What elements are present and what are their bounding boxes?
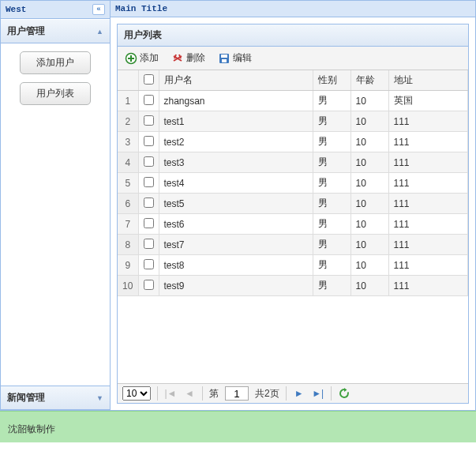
chevron-left-icon: « [96,6,100,13]
row-checkbox-cell[interactable] [138,173,159,194]
toolbar-add-button[interactable]: 添加 [122,50,161,66]
rownum-header [118,70,138,91]
toolbar-delete-button[interactable]: 删除 [169,50,208,66]
west-panel: West « 用户管理 ▲ 添加用户 用户列表 新闻管理 ▼ [0,0,111,411]
cell-address: 111 [388,111,468,132]
page-total-label: 共2页 [255,387,279,401]
cell-age: 10 [350,255,388,276]
row-checkbox-cell[interactable] [138,194,159,214]
col-gender[interactable]: 性别 [313,70,350,91]
west-title-bar: West « [1,1,110,19]
row-checkbox[interactable] [144,218,154,228]
cell-gender: 男 [313,235,350,255]
row-checkbox[interactable] [144,280,154,290]
svg-rect-2 [221,55,227,58]
select-all-checkbox[interactable] [144,74,154,85]
cell-username: test6 [159,214,313,235]
table-row[interactable]: 1zhangsan男10英国 [118,91,468,111]
cell-age: 10 [350,194,388,214]
chevron-down-icon: ▼ [96,394,103,402]
table-row[interactable]: 7test6男10111 [118,214,468,235]
cell-address: 英国 [388,91,468,111]
row-checkbox[interactable] [144,177,154,187]
row-checkbox-cell[interactable] [138,255,159,276]
row-checkbox[interactable] [144,156,154,167]
last-page-button[interactable]: ►| [312,387,324,400]
refresh-icon [338,387,350,400]
cell-username: test9 [159,276,313,296]
row-checkbox[interactable] [144,239,154,249]
row-checkbox-cell[interactable] [138,214,159,235]
cell-address: 111 [388,194,468,214]
row-checkbox[interactable] [144,259,154,269]
col-username[interactable]: 用户名 [159,70,313,91]
panel-title: 用户列表 [118,24,468,47]
refresh-button[interactable] [338,387,350,400]
row-number: 8 [118,235,138,255]
add-user-button[interactable]: 添加用户 [20,51,91,74]
separator [286,386,287,401]
footer-text: 沈韶敏制作 [8,423,55,434]
row-number: 5 [118,173,138,194]
row-checkbox-cell[interactable] [138,111,159,132]
cell-username: test3 [159,152,313,173]
main-title: Main Title [111,1,475,17]
save-icon [218,52,231,65]
cell-age: 10 [350,91,388,111]
row-checkbox[interactable] [144,95,154,105]
row-checkbox-cell[interactable] [138,132,159,152]
first-page-button[interactable]: |◄ [164,387,177,400]
row-checkbox[interactable] [144,198,154,208]
checkbox-header[interactable] [138,70,159,91]
row-number: 9 [118,255,138,276]
row-checkbox-cell[interactable] [138,152,159,173]
cell-address: 111 [388,132,468,152]
row-checkbox[interactable] [144,136,154,146]
row-number: 6 [118,194,138,214]
cell-gender: 男 [313,152,350,173]
separator [202,386,203,401]
table-row[interactable]: 8test7男10111 [118,235,468,255]
col-age[interactable]: 年龄 [350,70,388,91]
table-row[interactable]: 5test4男10111 [118,173,468,194]
cell-username: zhangsan [159,91,313,111]
page-input[interactable] [225,386,249,401]
cell-username: test1 [159,111,313,132]
row-checkbox[interactable] [144,115,154,126]
add-icon [125,52,137,65]
cell-username: test8 [159,255,313,276]
cell-address: 111 [388,152,468,173]
table-row[interactable]: 6test5男10111 [118,194,468,214]
next-page-button[interactable]: ► [293,387,305,400]
user-list-button[interactable]: 用户列表 [20,82,91,105]
cell-age: 10 [350,214,388,235]
table-row[interactable]: 10test9男10111 [118,276,468,296]
page-size-select[interactable]: 10 [122,386,151,401]
data-grid: 用户名 性别 年龄 地址 1zhangsan男10英国2test1男101113… [118,70,468,383]
accordion-news-mgmt[interactable]: 新闻管理 ▼ [1,386,110,410]
accordion-user-mgmt[interactable]: 用户管理 ▲ [1,19,110,43]
row-checkbox-cell[interactable] [138,91,159,111]
cell-address: 111 [388,173,468,194]
row-checkbox-cell[interactable] [138,276,159,296]
footer: 沈韶敏制作 [0,411,476,442]
svg-rect-3 [222,59,227,62]
pager: 10 |◄ ◄ 第 共2页 ► ►| [118,383,468,403]
cell-username: test5 [159,194,313,214]
accordion-title: 用户管理 [7,24,45,38]
cell-age: 10 [350,235,388,255]
row-checkbox-cell[interactable] [138,235,159,255]
table-row[interactable]: 4test3男10111 [118,152,468,173]
toolbar-add-label: 添加 [140,51,159,65]
cell-address: 111 [388,255,468,276]
collapse-west-button[interactable]: « [92,4,105,15]
table-row[interactable]: 3test2男10111 [118,132,468,152]
table-row[interactable]: 2test1男10111 [118,111,468,132]
cell-gender: 男 [313,173,350,194]
col-address[interactable]: 地址 [388,70,468,91]
table-row[interactable]: 9test8男10111 [118,255,468,276]
toolbar-edit-button[interactable]: 编辑 [216,50,254,66]
cell-gender: 男 [313,194,350,214]
prev-page-button[interactable]: ◄ [183,387,196,400]
cell-age: 10 [350,276,388,296]
